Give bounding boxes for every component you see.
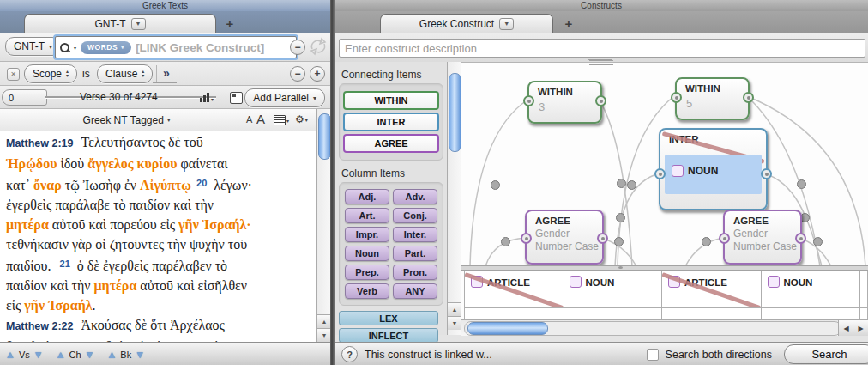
tab-greek-construct-label: Greek Construct: [419, 18, 494, 30]
construct-description-input[interactable]: [339, 39, 865, 58]
add-parallel-button[interactable]: Add Parallel▾: [244, 88, 325, 107]
palette-conj-button[interactable]: Conj.: [393, 208, 437, 223]
text-scrollbar-thumb[interactable]: [318, 113, 331, 160]
column-splitter[interactable]: [461, 265, 868, 271]
new-tab-button[interactable]: +: [556, 14, 582, 33]
palette-lex-button[interactable]: LEX: [339, 311, 438, 325]
scroll-up-button[interactable]: ▲: [317, 314, 331, 328]
connector-left[interactable]: [719, 233, 730, 244]
nav-up-icon[interactable]: ▲: [56, 349, 66, 361]
tab-dropdown-icon[interactable]: ▼: [131, 18, 146, 30]
palette-within-button[interactable]: WITHIN: [343, 91, 439, 110]
scroll-right-button[interactable]: ▶: [853, 320, 868, 336]
greek-word: Τελευτήσαντος δὲ τοῦ: [81, 135, 203, 149]
column-subcell[interactable]: [464, 307, 564, 320]
palette-impr-button[interactable]: Impr.: [345, 227, 389, 242]
nav-down-icon[interactable]: ▼: [85, 349, 95, 361]
palette-adv-button[interactable]: Adv.: [393, 189, 437, 204]
agree-box[interactable]: AGREEGenderNumber Case: [723, 210, 802, 265]
column-subcell[interactable]: [860, 307, 868, 320]
palette-prep-button[interactable]: Prep.: [345, 265, 389, 280]
text-vertical-scrollbar[interactable]: ▲ ▼: [316, 109, 331, 342]
column-subcell[interactable]: [564, 307, 663, 320]
search-button[interactable]: Search: [784, 344, 868, 364]
analysis-chart-icon[interactable]: ▾: [200, 92, 214, 102]
greek-word: γῆν Ἰσραήλ: [24, 298, 92, 313]
gear-icon[interactable]: ⚙▾: [295, 113, 308, 125]
agree-box[interactable]: AGREEGenderNumber Case: [525, 210, 604, 265]
remove-criteria-button[interactable]: −: [290, 66, 305, 82]
search-icon[interactable]: [60, 43, 69, 52]
nav-up-icon[interactable]: ▲: [5, 349, 15, 361]
clause-dropdown[interactable]: Clause ▴▾: [97, 64, 153, 83]
nav-up-icon[interactable]: ▲: [106, 349, 117, 361]
column-cell-noun[interactable]: NOUN: [564, 269, 663, 308]
connector-dot: [747, 96, 750, 100]
scope-dropdown[interactable]: Scope ▴▾: [24, 64, 77, 83]
text-module-title[interactable]: Greek NT Tagged: [83, 114, 164, 126]
add-criteria-button[interactable]: +: [310, 66, 325, 82]
within-box[interactable]: WITHIN5: [675, 77, 750, 120]
palette-inflect-button[interactable]: INFLECT: [339, 328, 438, 343]
h-scrollbar-thumb[interactable]: [467, 322, 548, 335]
display-options-icon[interactable]: ▾: [274, 115, 289, 125]
scroll-down-button[interactable]: ▼: [317, 328, 331, 342]
tab-dropdown-icon[interactable]: ▼: [499, 18, 514, 30]
text-module-dropdown[interactable]: GNT-T▾: [5, 37, 61, 56]
help-button[interactable]: ?: [341, 346, 358, 362]
agree-detail: Number Case: [535, 240, 599, 252]
nav-down-icon[interactable]: ▼: [33, 349, 44, 361]
column-cell-noun[interactable]: NOUN: [762, 269, 861, 308]
connector-right[interactable]: [595, 95, 606, 106]
nav-down-icon[interactable]: ▼: [135, 349, 145, 361]
box-title: WITHIN: [685, 83, 720, 94]
new-tab-button[interactable]: +: [217, 14, 243, 33]
remove-search-button[interactable]: −: [290, 40, 305, 55]
link-update-icon[interactable]: [308, 37, 329, 56]
palette-part-button[interactable]: Part.: [393, 246, 437, 261]
column-cell-article[interactable]: ARTICLE: [662, 269, 762, 308]
inter-box[interactable]: INTERNOUN: [659, 128, 768, 210]
palette-noun-button[interactable]: Noun: [345, 246, 389, 261]
palette-vertical-scrollbar[interactable]: ▲ ▼: [447, 62, 461, 335]
search-input[interactable]: ▾ WORDS▾ [LINK Greek Construct]: [55, 36, 297, 58]
palette-art-button[interactable]: Art.: [345, 208, 389, 223]
connector-left[interactable]: [654, 168, 666, 179]
connector-right[interactable]: [597, 233, 608, 244]
palette-agree-button[interactable]: AGREE: [343, 134, 439, 153]
search-mode-pill[interactable]: WORDS▾: [81, 41, 131, 54]
within-box[interactable]: WITHIN3: [527, 81, 602, 124]
tab-gnt-t[interactable]: GNT-T ▼: [24, 14, 216, 33]
palette-scrollbar-thumb[interactable]: [449, 73, 461, 152]
connector-right[interactable]: [795, 233, 806, 244]
scroll-down-button[interactable]: ▼: [448, 316, 461, 330]
palette-adj-button[interactable]: Adj.: [345, 189, 389, 204]
verse-slider-value[interactable]: 0: [2, 89, 47, 106]
text-line: τεθνήκασιν γὰρ οἱ ζητοῦντες τὴν ψυχὴν το…: [6, 234, 315, 254]
details-pane-icon[interactable]: [230, 92, 243, 104]
palette-any-button[interactable]: ANY: [393, 283, 437, 299]
column-cell[interactable]: [860, 269, 868, 308]
connector-left[interactable]: [521, 233, 532, 244]
connector-left[interactable]: [523, 95, 534, 106]
canvas-resize-handle[interactable]: [589, 60, 613, 65]
connector-right[interactable]: [743, 92, 754, 103]
scroll-left-button[interactable]: ◀: [838, 320, 853, 336]
connector-right[interactable]: [761, 168, 772, 179]
column-subcell[interactable]: [662, 307, 762, 320]
column-cell-article[interactable]: ARTICLE: [464, 269, 564, 308]
expand-criteria-button[interactable]: »: [163, 66, 170, 80]
search-both-directions-checkbox[interactable]: [647, 349, 659, 361]
increase-font-button[interactable]: A: [256, 112, 265, 126]
column-subcell[interactable]: [762, 307, 861, 320]
palette-inter-button[interactable]: Inter.: [393, 227, 437, 242]
decrease-font-button[interactable]: A: [246, 114, 252, 125]
palette-inter-button[interactable]: INTER: [343, 113, 439, 131]
connector-left[interactable]: [671, 92, 682, 103]
tab-greek-construct[interactable]: Greek Construct ▼: [380, 14, 553, 33]
palette-verb-button[interactable]: Verb: [345, 283, 389, 299]
scroll-up-button[interactable]: ▲: [448, 302, 461, 316]
remove-criteria-icon[interactable]: ✕: [7, 68, 20, 81]
palette-pron-button[interactable]: Pron.: [393, 265, 437, 280]
canvas-horizontal-scrollbar[interactable]: ◀ ▶: [461, 319, 868, 336]
